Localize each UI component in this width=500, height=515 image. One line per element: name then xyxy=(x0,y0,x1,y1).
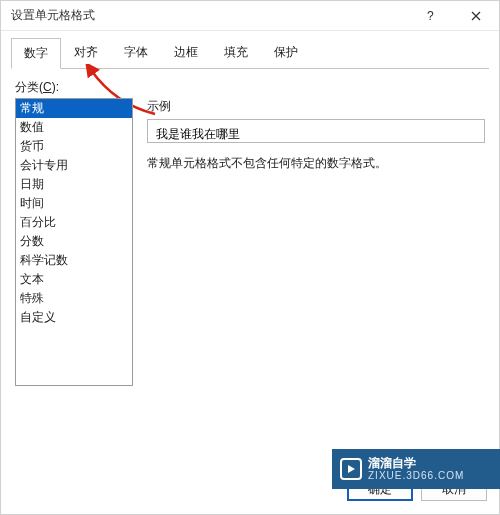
svg-text:?: ? xyxy=(427,11,434,21)
titlebar-buttons: ? xyxy=(407,1,499,30)
tab-protect[interactable]: 保护 xyxy=(261,37,311,68)
list-item[interactable]: 常规 xyxy=(16,99,132,118)
list-item[interactable]: 货币 xyxy=(16,137,132,156)
right-column: 示例 我是谁我在哪里 常规单元格格式不包含任何特定的数字格式。 xyxy=(147,98,485,386)
tab-content: 分类(C): 常规 数值 货币 会计专用 日期 时间 百分比 分数 科学记数 文… xyxy=(1,69,499,464)
list-item[interactable]: 数值 xyxy=(16,118,132,137)
category-label: 分类(C): xyxy=(15,79,485,96)
list-item[interactable]: 时间 xyxy=(16,194,132,213)
watermark: 溜溜自学 ZIXUE.3D66.COM xyxy=(332,449,500,489)
list-item[interactable]: 科学记数 xyxy=(16,251,132,270)
list-item[interactable]: 分数 xyxy=(16,232,132,251)
list-item[interactable]: 百分比 xyxy=(16,213,132,232)
tab-strip: 数字 对齐 字体 边框 填充 保护 xyxy=(11,37,489,69)
close-icon xyxy=(471,11,481,21)
watermark-domain: ZIXUE.3D66.COM xyxy=(368,470,464,481)
example-value: 我是谁我在哪里 xyxy=(147,119,485,143)
list-item[interactable]: 日期 xyxy=(16,175,132,194)
watermark-brand: 溜溜自学 xyxy=(368,456,416,470)
format-description: 常规单元格格式不包含任何特定的数字格式。 xyxy=(147,155,485,172)
list-item[interactable]: 会计专用 xyxy=(16,156,132,175)
help-button[interactable]: ? xyxy=(407,1,453,30)
category-listbox[interactable]: 常规 数值 货币 会计专用 日期 时间 百分比 分数 科学记数 文本 特殊 自定… xyxy=(15,98,133,386)
tab-border[interactable]: 边框 xyxy=(161,37,211,68)
tab-align[interactable]: 对齐 xyxy=(61,37,111,68)
list-item[interactable]: 特殊 xyxy=(16,289,132,308)
tab-font[interactable]: 字体 xyxy=(111,37,161,68)
help-icon: ? xyxy=(425,11,435,21)
titlebar: 设置单元格格式 ? xyxy=(1,1,499,31)
dialog-window: 设置单元格格式 ? 数字 对齐 字体 边框 填充 保护 分类(C): 常规 xyxy=(0,0,500,515)
list-item[interactable]: 文本 xyxy=(16,270,132,289)
play-icon xyxy=(340,458,362,480)
list-item[interactable]: 自定义 xyxy=(16,308,132,327)
window-title: 设置单元格格式 xyxy=(11,7,407,24)
svg-marker-4 xyxy=(348,465,355,473)
tab-fill[interactable]: 填充 xyxy=(211,37,261,68)
close-button[interactable] xyxy=(453,1,499,30)
example-label: 示例 xyxy=(147,98,485,115)
tab-number[interactable]: 数字 xyxy=(11,38,61,69)
